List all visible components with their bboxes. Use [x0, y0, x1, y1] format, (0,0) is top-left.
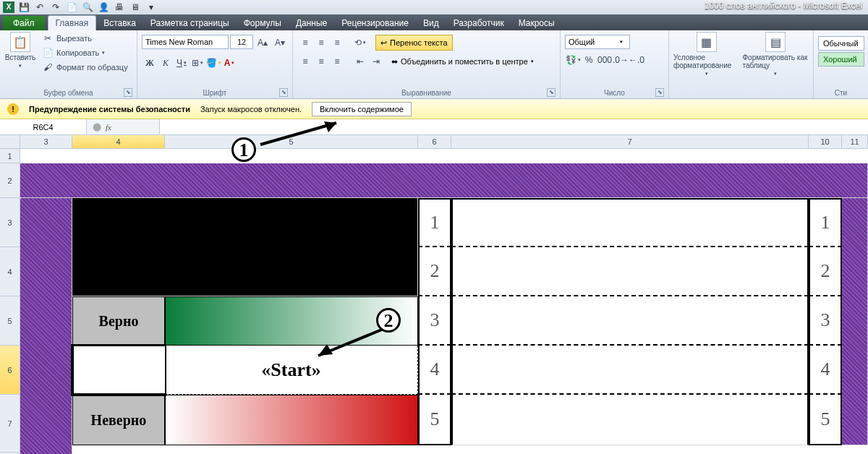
cell: 2 — [809, 247, 842, 296]
cancel-icon[interactable]: ⬤ — [93, 122, 101, 132]
conditional-format-button[interactable]: ▦ Условное форматирование▾ — [673, 32, 740, 77]
redo-icon[interactable]: ↷ — [49, 1, 62, 14]
col-header[interactable]: 6 — [418, 135, 451, 148]
qat-btn[interactable]: 🖥 — [129, 1, 142, 14]
col-header[interactable]: 5 — [165, 135, 418, 148]
enable-content-button[interactable]: Включить содержимое — [312, 102, 412, 116]
align-mid-icon[interactable]: ≡ — [313, 35, 329, 51]
tab-file[interactable]: Файл — [3, 16, 45, 30]
indent-dec-icon[interactable]: ⇤ — [352, 53, 368, 69]
cell-neverno: Неверно — [72, 395, 165, 445]
select-all-corner[interactable] — [0, 135, 20, 149]
row-header[interactable]: 5 — [0, 296, 20, 346]
style-good[interactable]: Хороший — [818, 52, 864, 67]
align-center-icon[interactable]: ≡ — [313, 53, 329, 69]
dialog-launcher-icon[interactable]: ⬊ — [279, 88, 288, 97]
format-painter-button[interactable]: 🖌Формат по образцу — [39, 61, 131, 74]
cell — [451, 395, 809, 445]
inc-decimal-icon[interactable]: .0→ — [613, 52, 629, 68]
dialog-launcher-icon[interactable]: ⬊ — [547, 88, 556, 97]
grow-font-icon[interactable]: A▴ — [255, 35, 271, 51]
tab-home[interactable]: Главная — [48, 15, 97, 30]
name-box[interactable]: R6C4 — [0, 119, 87, 134]
dialog-launcher-icon[interactable]: ⬊ — [124, 88, 132, 97]
wrap-text-button[interactable]: ↩Перенос текста — [375, 35, 453, 51]
tab-insert[interactable]: Вставка — [96, 16, 143, 30]
formula-input[interactable] — [159, 119, 868, 134]
cell — [20, 198, 21, 199]
bold-button[interactable]: Ж — [142, 55, 158, 71]
tab-data[interactable]: Данные — [289, 16, 334, 30]
row-header[interactable]: 7 — [0, 395, 20, 453]
tab-layout[interactable]: Разметка страницы — [143, 16, 237, 30]
col-header[interactable]: 11 — [842, 135, 868, 148]
cut-button[interactable]: ✂Вырезать — [39, 32, 131, 45]
excel-icon: X — [3, 1, 14, 13]
currency-icon[interactable]: 💱 — [565, 52, 581, 68]
qat-more-icon[interactable]: ▾ — [145, 1, 158, 14]
font-size-input[interactable] — [230, 35, 253, 49]
cell — [451, 198, 809, 247]
merge-button[interactable]: ⬌Объединить и поместить в центре▾ — [391, 57, 534, 67]
cell: 2 — [418, 247, 451, 296]
cell — [451, 296, 809, 346]
italic-button[interactable]: К — [158, 55, 174, 71]
underline-button[interactable]: Ч — [174, 55, 190, 71]
qat-btn[interactable]: 📄 — [65, 1, 78, 14]
tab-review[interactable]: Рецензирование — [334, 16, 416, 30]
cell — [72, 346, 165, 395]
cell: 3 — [809, 296, 842, 346]
indent-inc-icon[interactable]: ⇥ — [368, 53, 384, 69]
row-header[interactable]: 4 — [0, 247, 20, 296]
tab-dev[interactable]: Разработчик — [446, 16, 511, 30]
row-header[interactable]: 6 — [0, 346, 20, 395]
security-warning-bar: ! Предупреждение системы безопасности За… — [0, 99, 868, 119]
cell — [451, 346, 809, 395]
dec-decimal-icon[interactable]: ←.0 — [629, 52, 644, 68]
col-header[interactable]: 3 — [20, 135, 72, 148]
col-header[interactable]: 7 — [451, 135, 809, 148]
ribbon: 📋 Вставить ▾ ✂Вырезать 📄Копировать▾ 🖌Фор… — [0, 30, 868, 99]
warning-title: Предупреждение системы безопасности — [29, 105, 190, 113]
align-top-icon[interactable]: ≡ — [297, 35, 313, 51]
annotation-number-2: 2 — [376, 308, 401, 333]
tab-formulas[interactable]: Формулы — [237, 16, 289, 30]
worksheet[interactable]: 1 2 3 4 5 6 7 3 4 5 6 7 10 11 1 2 3 — [0, 135, 868, 454]
font-color-button[interactable]: A — [221, 55, 237, 71]
col-header[interactable]: 4 — [72, 135, 165, 148]
row-header[interactable]: 3 — [0, 198, 20, 247]
row-header[interactable]: 1 — [0, 149, 20, 163]
dialog-launcher-icon[interactable]: ⬊ — [655, 88, 664, 97]
style-normal[interactable]: Обычный — [818, 36, 864, 51]
tab-view[interactable]: Вид — [416, 16, 446, 30]
copy-icon: 📄 — [42, 47, 54, 59]
tab-macros[interactable]: Макросы — [511, 16, 562, 30]
align-left-icon[interactable]: ≡ — [297, 53, 313, 69]
fill-color-button[interactable]: 🪣 — [205, 55, 221, 71]
align-right-icon[interactable]: ≡ — [329, 53, 345, 69]
col-header[interactable]: 10 — [809, 135, 842, 148]
orientation-icon[interactable]: ⟲ — [352, 35, 368, 51]
format-as-table-button[interactable]: ▤ Форматировать как таблицу▾ — [743, 32, 809, 77]
cell: 5 — [418, 395, 451, 445]
qat-btn[interactable]: 👤 — [97, 1, 110, 14]
comma-icon[interactable]: 000 — [597, 52, 613, 68]
undo-icon[interactable]: ↶ — [33, 1, 46, 14]
print-icon[interactable]: 🖶 — [113, 1, 126, 14]
qat-btn[interactable]: 🔍 — [81, 1, 94, 14]
align-bot-icon[interactable]: ≡ — [329, 35, 345, 51]
copy-button[interactable]: 📄Копировать▾ — [39, 46, 131, 59]
cell — [20, 198, 72, 454]
cell-verno: Верно — [72, 296, 165, 346]
cell: 4 — [418, 346, 451, 395]
paste-button[interactable]: 📋 Вставить ▾ — [4, 32, 36, 69]
row-header[interactable]: 2 — [0, 163, 20, 198]
shrink-font-icon[interactable]: A▾ — [272, 35, 288, 51]
cell — [842, 198, 868, 445]
font-name-input[interactable] — [142, 35, 229, 49]
percent-icon[interactable]: % — [581, 52, 597, 68]
save-icon[interactable]: 💾 — [17, 1, 30, 14]
cond-format-icon: ▦ — [697, 32, 717, 52]
fx-icon[interactable]: fx — [106, 123, 111, 132]
border-button[interactable]: ⊞ — [190, 55, 205, 71]
